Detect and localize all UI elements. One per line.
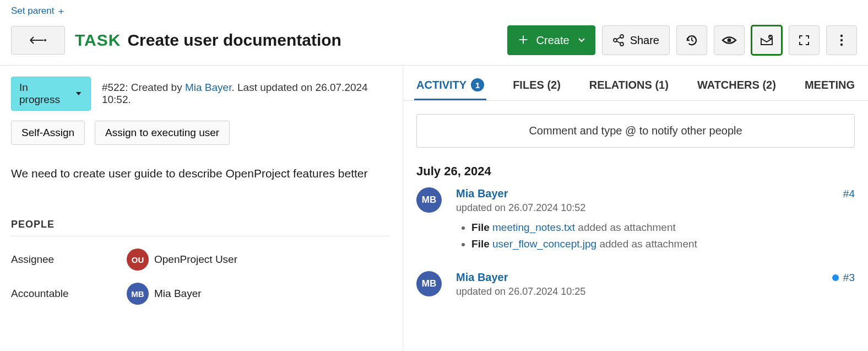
meta-prefix: #522: Created by (102, 82, 185, 93)
share-icon (612, 34, 625, 46)
meta-line: #522: Created by Mia Bayer. Last updated… (102, 82, 389, 106)
svg-point-1 (614, 39, 617, 42)
assignee-name: OpenProject User (154, 253, 237, 266)
unread-dot-icon (832, 274, 839, 281)
task-type-label: TASK (75, 31, 121, 50)
activity-entry: MB Mia Bayer #3 updated on 26.07.2024 10… (416, 271, 855, 298)
svg-point-3 (620, 42, 623, 46)
details-pane: In progress #522: Created by Mia Bayer. … (0, 66, 403, 351)
svg-point-6 (840, 35, 843, 37)
eye-icon (721, 35, 737, 45)
watch-button[interactable] (714, 25, 745, 55)
tab-activity-label: ACTIVITY (416, 79, 466, 91)
title-block: TASK Create user documentation (75, 31, 341, 50)
activity-ref-label: #4 (843, 188, 855, 200)
activity-avatar[interactable]: MB (416, 187, 442, 213)
change-prefix: File (471, 238, 492, 250)
activity-author-link[interactable]: Mia Bayer (456, 271, 508, 284)
plus-icon: ＋ (56, 6, 66, 17)
people-section-label: PEOPLE (11, 219, 389, 236)
activity-change-item: File meeting_notes.txt added as attachme… (471, 222, 855, 234)
kebab-icon (840, 34, 843, 46)
tab-files[interactable]: FILES (2) (511, 69, 563, 100)
assignee-row: Assignee OU OpenProject User (11, 249, 389, 271)
share-label: Share (630, 34, 659, 47)
change-suffix: added as attachment (596, 238, 697, 250)
status-label: In progress (19, 82, 69, 106)
accountable-row: Accountable MB Mia Bayer (11, 283, 389, 305)
envelope-check-icon (760, 34, 774, 46)
create-button[interactable]: ＋ Create (507, 25, 595, 55)
svg-point-7 (840, 39, 843, 41)
history-icon (685, 33, 699, 47)
activity-avatar[interactable]: MB (416, 271, 442, 296)
accountable-name: Mia Bayer (154, 288, 202, 300)
header-row: TASK Create user documentation ＋ Create … (0, 20, 868, 65)
share-button[interactable]: Share (602, 25, 670, 55)
caret-down-icon (578, 38, 585, 42)
tab-watchers[interactable]: WATCHERS (2) (695, 69, 778, 100)
change-suffix: added as attachment (575, 222, 676, 233)
caret-down-icon (75, 91, 82, 96)
activity-pane: ACTIVITY 1 FILES (2) RELATIONS (1) WATCH… (403, 66, 868, 351)
activity-meta: updated on 26.07.2024 10:25 (456, 286, 855, 298)
status-selector[interactable]: In progress (11, 77, 91, 111)
assignee-avatar[interactable]: OU (127, 249, 149, 271)
create-label: Create (536, 34, 569, 47)
assignee-label: Assignee (11, 253, 127, 266)
back-button[interactable] (11, 26, 65, 55)
comment-input[interactable]: Comment and type @ to notify other peopl… (416, 114, 855, 148)
activity-change-item: File user_flow_concept.jpg added as atta… (471, 238, 855, 250)
task-title: Create user documentation (127, 31, 341, 50)
change-prefix: File (471, 222, 492, 233)
tabs: ACTIVITY 1 FILES (2) RELATIONS (1) WATCH… (403, 66, 868, 101)
set-parent-link[interactable]: Set parent＋ (11, 6, 66, 16)
svg-point-2 (620, 35, 623, 38)
plus-icon: ＋ (516, 31, 531, 47)
more-actions-button[interactable] (826, 25, 857, 55)
expand-icon (798, 34, 810, 46)
mark-read-button[interactable] (751, 25, 782, 55)
back-arrow-icon (29, 35, 47, 45)
activity-date-header: July 26, 2024 (416, 164, 855, 179)
activity-badge: 1 (471, 78, 484, 91)
accountable-avatar[interactable]: MB (127, 283, 149, 305)
svg-point-5 (768, 35, 773, 39)
svg-point-0 (44, 39, 46, 41)
change-file-link[interactable]: meeting_notes.txt (492, 222, 575, 233)
meta-author-link[interactable]: Mia Bayer (185, 82, 231, 93)
tab-activity[interactable]: ACTIVITY 1 (414, 68, 486, 100)
activity-changes: File meeting_notes.txt added as attachme… (456, 222, 855, 250)
accountable-label: Accountable (11, 288, 127, 300)
svg-point-8 (840, 44, 843, 46)
activity-ref-link[interactable]: #4 (843, 188, 855, 200)
description-text: We need to create user guide to describe… (11, 167, 389, 180)
activity-entry: MB Mia Bayer #4 updated on 26.07.2024 10… (416, 187, 855, 255)
activity-ref-link[interactable]: #3 (832, 272, 855, 284)
activity-ref-label: #3 (843, 272, 855, 284)
svg-point-4 (728, 39, 731, 42)
tab-meetings[interactable]: MEETING (802, 69, 857, 100)
set-parent-label: Set parent (11, 6, 54, 16)
change-file-link[interactable]: user_flow_concept.jpg (492, 238, 596, 250)
fullscreen-button[interactable] (789, 25, 820, 55)
activity-author-link[interactable]: Mia Bayer (456, 187, 508, 200)
self-assign-button[interactable]: Self-Assign (11, 121, 85, 145)
assign-executing-button[interactable]: Assign to executing user (95, 121, 230, 145)
tab-relations[interactable]: RELATIONS (1) (587, 69, 671, 100)
activity-timer-button[interactable] (676, 25, 707, 55)
activity-meta: updated on 26.07.2024 10:52 (456, 202, 855, 214)
